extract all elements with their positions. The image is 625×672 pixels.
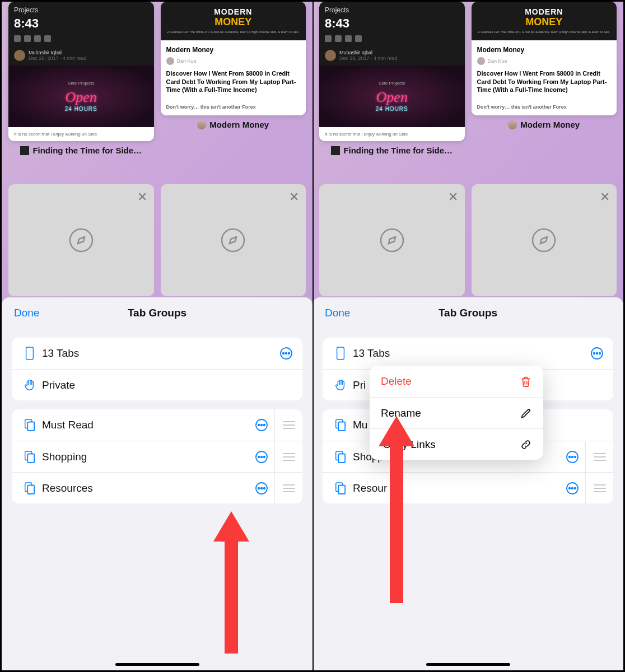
close-icon[interactable]: ✕ xyxy=(600,190,610,204)
drag-handle-icon[interactable] xyxy=(585,441,613,472)
done-button[interactable]: Done xyxy=(2,307,39,319)
hand-icon xyxy=(334,378,347,393)
svg-point-42 xyxy=(569,456,571,458)
tab-groups-sheet: Done Tab Groups 13 Tabs Pri Mu xyxy=(312,297,623,670)
group-resources[interactable]: Resources xyxy=(323,472,613,503)
svg-point-43 xyxy=(572,456,573,458)
close-icon[interactable]: ✕ xyxy=(289,190,299,204)
svg-point-32 xyxy=(594,353,595,354)
empty-tab-2[interactable]: ✕ xyxy=(472,184,617,296)
group-must-read[interactable]: Must Read xyxy=(12,409,302,441)
svg-point-28 xyxy=(381,229,403,251)
svg-point-34 xyxy=(599,353,601,354)
svg-point-50 xyxy=(572,487,573,489)
svg-point-49 xyxy=(569,487,571,489)
svg-point-20 xyxy=(264,456,265,458)
more-icon[interactable] xyxy=(254,450,269,464)
more-icon[interactable] xyxy=(590,346,604,361)
tabs-count-row[interactable]: 13 Tabs xyxy=(12,338,302,369)
stack-icon xyxy=(24,481,36,496)
drag-handle-icon[interactable] xyxy=(274,409,302,441)
svg-point-4 xyxy=(283,353,284,354)
svg-point-33 xyxy=(596,353,598,354)
svg-rect-30 xyxy=(337,347,344,360)
done-button[interactable]: Done xyxy=(312,307,350,319)
phone-icon xyxy=(334,346,347,361)
group-shopping[interactable]: Shopping xyxy=(12,441,302,472)
svg-point-51 xyxy=(575,487,576,489)
context-delete[interactable]: Delete xyxy=(370,366,543,397)
drag-handle-icon[interactable] xyxy=(274,473,302,503)
tabs-count-row[interactable]: 13 Tabs xyxy=(323,338,613,369)
stack-icon xyxy=(334,481,347,496)
svg-point-18 xyxy=(258,456,260,458)
svg-point-12 xyxy=(261,424,263,426)
more-icon[interactable] xyxy=(279,346,293,361)
home-indicator[interactable] xyxy=(115,663,199,666)
stack-icon xyxy=(24,450,36,464)
more-icon[interactable] xyxy=(565,450,580,464)
background-tabs: Projects 8:43 Mubashir IqbalDec 29, 2017… xyxy=(312,2,623,160)
context-menu: Delete Rename CCopy Links xyxy=(370,366,543,460)
compass-icon xyxy=(68,227,95,254)
trash-icon xyxy=(520,375,532,388)
svg-point-25 xyxy=(258,487,260,489)
stack-icon xyxy=(334,418,347,432)
svg-point-0 xyxy=(70,229,92,251)
medium-icon xyxy=(331,146,340,155)
phone-icon xyxy=(24,346,36,361)
context-copy-links[interactable]: CCopy Links xyxy=(370,428,543,460)
more-icon[interactable] xyxy=(565,481,580,496)
hand-icon xyxy=(24,378,36,393)
medium-icon xyxy=(20,146,29,155)
sheet-title: Tab Groups xyxy=(2,307,312,319)
svg-rect-15 xyxy=(27,454,34,463)
empty-tab-1[interactable]: ✕ xyxy=(319,184,465,296)
tab-thumbnail-2[interactable]: MODERN MONEY 2 Courses For The Price of … xyxy=(161,2,306,160)
tab-groups-sheet: Done Tab Groups 13 Tabs Private Must Rea… xyxy=(2,297,312,670)
svg-rect-46 xyxy=(338,485,345,494)
svg-point-11 xyxy=(258,424,260,426)
svg-point-29 xyxy=(533,229,555,251)
tab-thumbnail-1[interactable]: Projects 8:43 Mubashir IqbalDec 29, 2017… xyxy=(319,2,465,160)
svg-point-44 xyxy=(575,456,576,458)
status-time: 8:43 xyxy=(14,14,148,33)
home-indicator[interactable] xyxy=(426,663,510,666)
sheet-title: Tab Groups xyxy=(312,307,623,319)
screen-divider xyxy=(312,2,314,670)
more-icon[interactable] xyxy=(254,481,269,496)
svg-point-13 xyxy=(264,424,265,426)
empty-tab-1[interactable]: ✕ xyxy=(8,184,154,296)
svg-point-26 xyxy=(261,487,263,489)
drag-handle-icon[interactable] xyxy=(585,473,613,503)
drag-handle-icon[interactable] xyxy=(274,441,302,472)
close-icon[interactable]: ✕ xyxy=(137,190,147,204)
svg-point-1 xyxy=(222,229,244,251)
svg-point-5 xyxy=(286,353,287,354)
svg-rect-22 xyxy=(27,485,34,494)
stack-icon xyxy=(24,418,36,432)
more-icon[interactable] xyxy=(254,418,269,432)
compass-icon xyxy=(530,227,557,254)
tab-thumbnail-2[interactable]: MODERNMONEY2 Courses For The Price of 1 … xyxy=(472,2,617,160)
private-row[interactable]: Private xyxy=(12,369,302,400)
stack-icon xyxy=(334,450,347,464)
compass-icon xyxy=(220,227,246,254)
pencil-icon xyxy=(520,407,532,419)
context-rename[interactable]: Rename xyxy=(370,397,543,428)
right-screenshot: Projects 8:43 Mubashir IqbalDec 29, 2017… xyxy=(312,2,623,670)
svg-rect-2 xyxy=(26,347,34,360)
close-icon[interactable]: ✕ xyxy=(448,190,458,204)
svg-point-6 xyxy=(288,353,290,354)
svg-rect-36 xyxy=(338,422,345,431)
tab-thumbnail-1[interactable]: Projects 8:43 Mubashir Iqbal Dec 29, 201… xyxy=(8,2,154,160)
left-screenshot: Projects 8:43 Mubashir Iqbal Dec 29, 201… xyxy=(2,2,312,670)
favicon-icon xyxy=(197,120,206,129)
svg-point-19 xyxy=(261,456,263,458)
empty-tab-2[interactable]: ✕ xyxy=(161,184,306,296)
favicon-icon xyxy=(508,120,517,129)
svg-rect-39 xyxy=(338,454,345,463)
compass-icon xyxy=(379,227,405,254)
group-resources[interactable]: Resources xyxy=(12,472,302,503)
svg-rect-8 xyxy=(27,422,34,431)
